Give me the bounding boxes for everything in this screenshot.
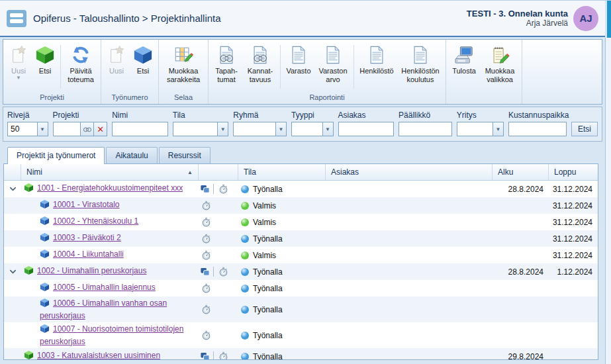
project-link[interactable]: 1003 - Katuvalaistuksen uusiminen — [37, 351, 160, 360]
chevron-down-icon[interactable]: ▼ — [493, 122, 504, 136]
expand-chevron-icon[interactable] — [4, 267, 21, 277]
stopwatch-icon[interactable] — [201, 217, 211, 227]
end-column-header[interactable]: Loppu — [549, 164, 598, 180]
toolbar-button-label: Henkilöstön koulutus — [399, 67, 442, 83]
chevron-down-icon[interactable]: ▼ — [38, 122, 48, 136]
etsi-tyonumero-button[interactable]: Etsi — [130, 42, 156, 91]
project-link[interactable]: 10002 - Yhtenäiskoulu 1 — [53, 216, 138, 226]
chevron-down-icon[interactable]: ▼ — [218, 122, 228, 136]
customer-column-header[interactable]: Asiakas — [326, 164, 493, 180]
blue-cube-icon — [40, 324, 50, 337]
filter-paallikko-input[interactable] — [399, 122, 452, 136]
toolbar-button-label: Varaston arvo — [316, 67, 350, 83]
henkilosto-button[interactable]: Henkilöstö — [356, 42, 397, 91]
start-date-cell — [493, 334, 549, 337]
filter-yritys-input[interactable] — [457, 122, 493, 136]
stopwatch-icon[interactable] — [201, 250, 211, 260]
end-date-cell: 1.12.2024 — [549, 266, 598, 278]
tapahtumat-button[interactable]: Tapah-tumat — [211, 42, 242, 91]
table-row[interactable]: 10007 - Nuorisotoimen toimistotilojen pe… — [4, 322, 598, 348]
toolbar-separator — [280, 45, 281, 89]
chevron-down-icon[interactable]: ▼ — [276, 122, 287, 136]
stopwatch-icon[interactable] — [218, 351, 228, 360]
table-row[interactable]: 1002 - Uimahallin peruskorjausTyönalla28… — [4, 263, 598, 280]
table-row[interactable]: 10001 - VirastotaloValmis31.12.2024 — [4, 197, 598, 214]
table-row[interactable]: 10005 - Uimahallin laajennusTyönalla — [4, 280, 598, 296]
filter-label: Nimi — [112, 111, 168, 120]
tab-aikataulu[interactable]: Aikataulu — [106, 147, 157, 163]
project-link[interactable]: 10006 - Uimahallin vanhan osan peruskorj… — [40, 298, 167, 320]
stopwatch-icon[interactable] — [201, 330, 211, 340]
stopwatch-icon[interactable] — [201, 283, 211, 293]
filter-tila-input[interactable] — [173, 122, 218, 136]
etsi-projekti-button[interactable]: Etsi — [32, 42, 58, 91]
search-button[interactable]: Etsi — [571, 122, 598, 136]
expand-chevron-icon[interactable] — [4, 184, 21, 194]
henkiloston-koulutus-button[interactable]: Henkilöstön koulutus — [397, 42, 444, 91]
varasto-button[interactable]: Varasto — [283, 42, 314, 91]
row-icons — [199, 232, 238, 245]
status-cell: Työnalla — [238, 351, 326, 360]
muokkaa-valikkoa-button[interactable]: Muokkaa valikkoa — [480, 42, 520, 99]
project-link[interactable]: 1001 - Energiatehokkuustoimenpiteet xxx — [37, 183, 183, 193]
filter-ryhma-input[interactable] — [233, 122, 276, 136]
varaston-arvo-button[interactable]: Varaston arvo — [314, 42, 352, 91]
paivita-toteuma-button[interactable]: Päivitä toteuma — [63, 42, 99, 91]
avatar[interactable]: AJ — [573, 6, 598, 31]
filter-kustannuspaikka: Kustannuspaikka — [508, 111, 567, 136]
project-link[interactable]: 10003 - Päiväkoti 2 — [53, 233, 121, 242]
project-link[interactable]: 10007 - Nuorisotoimen toimistotilojen pe… — [40, 324, 183, 346]
muokkaa-sarakkeita-button[interactable]: Muokkaa sarakkeita — [161, 42, 206, 91]
project-link[interactable]: 10004 - Liikuntahalli — [53, 250, 124, 259]
stopwatch-icon[interactable] — [201, 201, 211, 210]
table-row[interactable]: 10004 - LiikuntahalliValmis31.12.2024 — [4, 247, 598, 263]
hierarchy-icon[interactable] — [200, 267, 210, 277]
project-link[interactable]: 10001 - Virastotalo — [53, 200, 120, 209]
status-column-header[interactable]: Tila — [238, 164, 326, 180]
stopwatch-icon[interactable] — [218, 267, 228, 277]
table-row[interactable]: 10006 - Uimahallin vanhan osan peruskorj… — [4, 296, 598, 322]
tab-projektit-ja-tyonumerot[interactable]: Projektit ja työnumerot — [7, 147, 105, 164]
project-link[interactable]: 1002 - Uimahallin peruskorjaus — [37, 266, 146, 275]
toolbar-button-label: Kannat-tavuus — [244, 67, 277, 83]
filter-asiakas-input[interactable] — [338, 122, 395, 136]
status-cell: Työnalla — [238, 330, 326, 341]
table-row[interactable]: 10002 - Yhtenäiskoulu 1Valmis31.12.2024 — [4, 214, 598, 230]
stopwatch-icon[interactable] — [218, 184, 228, 194]
lookup-binoculars-icon[interactable] — [81, 122, 94, 136]
filter-tyyppi-input[interactable] — [291, 122, 322, 136]
dropdown-caret-icon[interactable]: ▼ — [16, 76, 21, 80]
right-panel-splitter[interactable] — [605, 38, 611, 364]
clear-filter-icon[interactable]: ✕ — [94, 122, 107, 136]
chevron-down-icon[interactable]: ▼ — [323, 122, 334, 136]
hierarchy-icon[interactable] — [200, 351, 210, 360]
filter-riveja-input[interactable] — [7, 122, 38, 136]
end-date-cell: 31.12.2024 — [549, 200, 598, 212]
stopwatch-icon[interactable] — [201, 234, 211, 244]
icons-column-header — [199, 164, 238, 180]
expand-cell — [4, 221, 21, 224]
filter-projekti-input[interactable] — [53, 122, 81, 136]
expand-column-header — [4, 164, 21, 180]
icon-separator — [213, 351, 214, 360]
stopwatch-icon[interactable] — [201, 304, 211, 314]
kannattavuus-button[interactable]: Kannat-tavuus — [242, 42, 278, 91]
filter-label: Ryhmä — [233, 111, 287, 120]
cube-blue-icon — [133, 44, 153, 66]
filter-nimi-input[interactable] — [112, 122, 168, 136]
table-row[interactable]: 10003 - Päiväkoti 2Työnalla31.12.2024 — [4, 230, 598, 247]
project-link[interactable]: 10005 - Uimahallin laajennus — [53, 283, 156, 292]
name-column-header[interactable]: Nimi ▲ — [21, 164, 199, 180]
tab-zone: Projektit ja työnumerotAikatauluResurssi… — [3, 143, 598, 360]
table-row[interactable]: 1003 - Katuvalaistuksen uusiminenTyönall… — [4, 348, 598, 360]
tulosta-button[interactable]: Tulosta — [448, 42, 480, 99]
hierarchy-icon[interactable] — [200, 184, 210, 194]
start-date-cell — [493, 205, 549, 207]
start-column-header[interactable]: Alku — [493, 164, 549, 180]
tab-resurssit[interactable]: Resurssit — [159, 147, 211, 163]
blue-cube-icon — [40, 298, 50, 311]
filter-kustannuspaikka-input[interactable] — [508, 122, 567, 136]
table-row[interactable]: 1001 - Energiatehokkuustoimenpiteet xxxT… — [4, 181, 598, 197]
opiferus-logo-icon[interactable] — [7, 10, 26, 27]
filter-tila: Tila▼ — [173, 111, 229, 136]
